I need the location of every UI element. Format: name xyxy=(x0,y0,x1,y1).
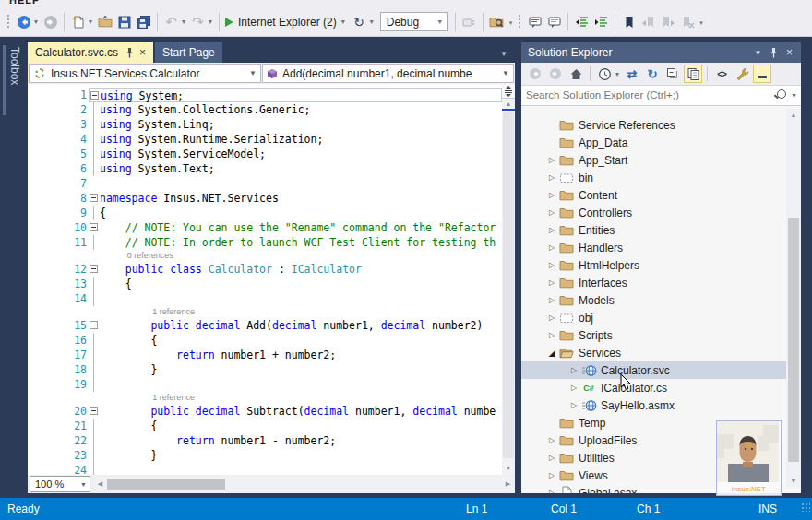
comment-icon[interactable] xyxy=(525,12,544,32)
open-file-icon[interactable] xyxy=(95,12,114,32)
menu-help[interactable]: HELP xyxy=(9,0,40,6)
tree-item-controllers[interactable]: ▷Controllers xyxy=(521,204,786,221)
undo-icon[interactable]: ↶ xyxy=(161,12,181,32)
toolbar-overflow-icon[interactable]: ▾ xyxy=(509,18,513,27)
scroll-down-icon[interactable]: ▼ xyxy=(786,475,801,487)
fold-toggle-icon[interactable] xyxy=(89,404,100,419)
editor-horizontal-scrollbar[interactable]: ◀ ▶ xyxy=(94,477,514,491)
expander-icon[interactable]: ▷ xyxy=(545,261,558,269)
save-icon[interactable] xyxy=(114,12,134,32)
se-sync-with-active-document-icon[interactable]: ⇄ xyxy=(623,65,641,83)
tree-item-entities[interactable]: ▷Entities xyxy=(521,221,786,239)
tree-item-obj[interactable]: ▷obj xyxy=(521,309,786,326)
expander-icon[interactable]: ▷ xyxy=(545,278,558,287)
tree-item-services[interactable]: ◢Services xyxy=(521,344,786,361)
attach-to-process-icon[interactable] xyxy=(460,12,479,32)
expander-icon[interactable]: ▷ xyxy=(545,471,558,479)
navigate-forward-icon[interactable] xyxy=(41,12,60,32)
fold-toggle-icon[interactable] xyxy=(89,262,100,277)
refresh-icon-caret-icon[interactable]: ▼ xyxy=(368,18,376,25)
tree-item-app-start[interactable]: ▷App_Start xyxy=(521,151,786,169)
se-properties-icon[interactable] xyxy=(733,65,751,83)
vertical-scroll-thumb[interactable] xyxy=(788,218,799,462)
search-icon[interactable] xyxy=(777,89,786,99)
close-icon[interactable]: × xyxy=(139,48,146,57)
scroll-down-icon[interactable]: ▼ xyxy=(502,462,515,474)
tree-item-app-data[interactable]: App_Data xyxy=(521,134,786,151)
tree-item-sayhello-asmx[interactable]: ▷SayHello.asmx xyxy=(521,396,786,414)
scroll-right-icon[interactable]: ▶ xyxy=(502,477,514,491)
resize-grip[interactable] xyxy=(801,502,810,512)
tree-item-service-references[interactable]: Service References xyxy=(521,116,786,134)
toolbar-grip[interactable] xyxy=(518,14,522,30)
chevron-down-icon[interactable]: ▼ xyxy=(791,92,797,99)
type-dropdown[interactable]: Insus.NET.Services.Calculator ▼ xyxy=(29,64,261,83)
vertical-scroll-thumb[interactable] xyxy=(503,112,514,458)
prev-bookmark-icon[interactable] xyxy=(639,12,658,32)
se-home-icon[interactable] xyxy=(567,65,585,83)
tree-item-handlers[interactable]: ▷Handlers xyxy=(521,239,786,256)
tree-item-interfaces[interactable]: ▷Interfaces xyxy=(521,274,786,291)
se-forward-icon[interactable] xyxy=(546,65,565,83)
expander-icon[interactable]: ◢ xyxy=(545,349,558,358)
expander-icon[interactable]: ▷ xyxy=(545,208,558,217)
redo-icon-caret-icon[interactable]: ▼ xyxy=(207,18,214,25)
split-editor-handle[interactable] xyxy=(502,84,515,99)
find-in-files-icon[interactable] xyxy=(487,12,507,32)
toolbox-scrollbar[interactable] xyxy=(3,45,6,115)
codelens-references[interactable]: 1 reference xyxy=(28,306,502,318)
tab-start-page[interactable]: Start Page xyxy=(155,42,222,63)
zoom-combo[interactable]: 100 % ▼ xyxy=(30,476,90,492)
solution-explorer-titlebar[interactable]: Solution Explorer ▼ × xyxy=(521,42,801,63)
undo-icon-caret-icon[interactable]: ▼ xyxy=(180,18,187,25)
uncomment-icon[interactable] xyxy=(544,12,564,32)
bookmark-icon[interactable] xyxy=(619,12,639,32)
fold-toggle-icon[interactable] xyxy=(90,89,101,101)
expander-icon[interactable]: ▷ xyxy=(545,454,558,462)
close-icon[interactable]: × xyxy=(782,46,797,59)
decrease-indent-icon[interactable] xyxy=(572,12,591,32)
expander-icon[interactable]: ▷ xyxy=(545,191,558,199)
save-all-icon[interactable] xyxy=(134,12,153,32)
pin-icon[interactable] xyxy=(766,48,782,58)
editor-vertical-scrollbar[interactable]: ▲ ▼ xyxy=(502,84,515,475)
tree-item-scripts[interactable]: ▷Scripts xyxy=(521,326,786,344)
document-list-caret-icon[interactable]: ▼ xyxy=(500,50,508,58)
expander-icon[interactable]: ▷ xyxy=(545,313,558,322)
fold-toggle-icon[interactable] xyxy=(89,318,100,333)
code-editor-surface[interactable]: 1using System;2using System.Collections.… xyxy=(28,84,502,475)
pin-icon[interactable] xyxy=(125,48,134,58)
tree-item-htmlhelpers[interactable]: ▷HtmlHelpers xyxy=(521,256,786,274)
clear-bookmarks-icon[interactable] xyxy=(677,12,697,32)
horizontal-scroll-thumb[interactable] xyxy=(107,479,225,490)
expander-icon[interactable]: ▷ xyxy=(545,226,558,234)
expander-icon[interactable]: ▷ xyxy=(545,156,558,164)
se-back-icon[interactable] xyxy=(526,65,544,83)
se-preview-icon[interactable] xyxy=(753,65,771,83)
tree-item-calculator-svc[interactable]: ▷Calculator.svc xyxy=(521,361,786,379)
se-collapse-all-icon[interactable] xyxy=(663,65,682,83)
search-input[interactable] xyxy=(521,86,775,104)
expander-icon[interactable]: ▷ xyxy=(545,489,558,493)
se-pending-changes-icon[interactable] xyxy=(595,65,614,83)
refresh-icon[interactable]: ↻ xyxy=(350,12,369,32)
toolbar-overflow-icon[interactable]: ▾ xyxy=(699,18,703,27)
scroll-left-icon[interactable]: ◀ xyxy=(94,477,106,491)
redo-icon[interactable]: ↷ xyxy=(188,12,208,32)
tab-calculator-svc-cs[interactable]: Calculator.svc.cs× xyxy=(28,42,153,63)
start-debug-button[interactable]: Internet Explorer (2)▼ xyxy=(225,12,348,32)
expander-icon[interactable]: ▷ xyxy=(545,296,558,304)
tree-item-models[interactable]: ▷Models xyxy=(521,291,786,309)
fold-toggle-icon[interactable] xyxy=(89,191,100,206)
new-file-icon[interactable] xyxy=(68,12,88,32)
se-pending-changes-icon-caret-icon[interactable]: ▼ xyxy=(614,71,621,77)
navigate-back-icon[interactable] xyxy=(14,12,33,32)
expander-icon[interactable]: ▷ xyxy=(545,173,558,182)
scroll-up-icon[interactable]: ▲ xyxy=(786,109,801,121)
codelens-references[interactable]: 1 reference xyxy=(28,392,502,404)
tree-item-content[interactable]: ▷Content xyxy=(521,186,786,204)
member-dropdown[interactable]: Add(decimal number1, decimal numbe ▼ xyxy=(262,64,514,83)
new-file-icon-caret-icon[interactable]: ▼ xyxy=(87,18,94,25)
expander-icon[interactable]: ▷ xyxy=(567,401,580,409)
navigate-back-icon-caret-icon[interactable]: ▼ xyxy=(32,18,40,25)
